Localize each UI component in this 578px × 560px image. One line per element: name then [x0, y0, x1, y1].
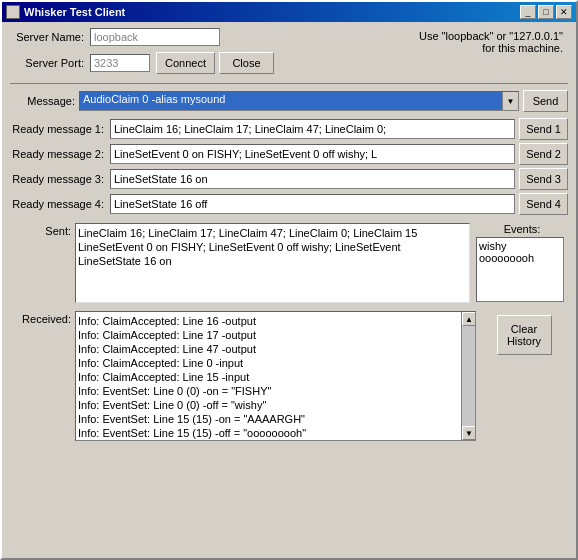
ready-messages-section: Ready message 1: Send 1 Ready message 2:… [10, 118, 568, 218]
server-name-label: Server Name: [10, 31, 90, 43]
server-name-input[interactable] [90, 28, 220, 46]
ready-label-4: Ready message 4: [10, 198, 110, 210]
scroll-down-button[interactable]: ▼ [462, 426, 476, 440]
received-line-0: Info: ClaimAccepted: Line 16 -output [78, 314, 459, 328]
event-item-2: ooooooooh [479, 252, 561, 264]
main-content: Server Name: Server Port: Connect Close … [2, 22, 576, 558]
ready-row-1: Ready message 1: Send 1 [10, 118, 568, 140]
close-button[interactable]: ✕ [556, 5, 572, 19]
close-server-button[interactable]: Close [219, 52, 274, 74]
sent-content: LineClaim 16; LineClaim 17; LineClaim 47… [78, 226, 467, 268]
server-port-label: Server Port: [10, 57, 90, 69]
server-fields: Server Name: Server Port: Connect Close [10, 28, 274, 74]
received-line-9: Event: wishy [78, 440, 459, 441]
sent-label: Sent: [10, 223, 75, 237]
received-textbox: Info: ClaimAccepted: Line 16 -output Inf… [75, 311, 476, 441]
scroll-track[interactable] [462, 326, 475, 426]
send-message-button[interactable]: Send [523, 90, 568, 112]
clear-history-area: Clear History [476, 311, 568, 355]
message-area: Message: AudioClaim 0 -alias mysound ▼ S… [10, 90, 568, 112]
ready-input-2[interactable] [110, 144, 515, 164]
events-area: Events: wishy ooooooooh [476, 223, 568, 303]
ready-row-3: Ready message 3: Send 3 [10, 168, 568, 190]
sent-textbox: LineClaim 16; LineClaim 17; LineClaim 47… [75, 223, 470, 303]
sent-area: Sent: LineClaim 16; LineClaim 17; LineCl… [10, 223, 470, 303]
ready-label-1: Ready message 1: [10, 123, 110, 135]
server-port-row: Server Port: Connect Close [10, 52, 274, 74]
ready-label-3: Ready message 3: [10, 173, 110, 185]
maximize-button[interactable]: □ [538, 5, 554, 19]
message-dropdown-arrow[interactable]: ▼ [502, 92, 518, 110]
server-name-row: Server Name: [10, 28, 274, 46]
received-box-wrapper: Info: ClaimAccepted: Line 16 -output Inf… [75, 311, 476, 441]
clear-history-button[interactable]: Clear History [497, 315, 552, 355]
received-section: Received: Info: ClaimAccepted: Line 16 -… [10, 311, 568, 441]
hint-text: Use "loopback" or "127.0.0.1"for this ma… [419, 28, 568, 74]
message-input[interactable]: AudioClaim 0 -alias mysound [80, 92, 502, 110]
connect-button[interactable]: Connect [156, 52, 215, 74]
app-icon [6, 5, 20, 19]
title-bar-controls: _ □ ✕ [520, 5, 572, 19]
ready-input-1[interactable] [110, 119, 515, 139]
send-ready-1-button[interactable]: Send 1 [519, 118, 568, 140]
message-label: Message: [10, 95, 75, 107]
ready-label-2: Ready message 2: [10, 148, 110, 160]
send-ready-4-button[interactable]: Send 4 [519, 193, 568, 215]
divider-1 [10, 83, 568, 84]
event-item-1: wishy [479, 240, 561, 252]
received-label: Received: [10, 311, 75, 325]
ready-input-3[interactable] [110, 169, 515, 189]
send-ready-2-button[interactable]: Send 2 [519, 143, 568, 165]
received-line-6: Info: EventSet: Line 0 (0) -off = "wishy… [78, 398, 459, 412]
server-port-input[interactable] [90, 54, 150, 72]
main-window: Whisker Test Client _ □ ✕ Server Name: S… [0, 0, 578, 560]
ready-input-4[interactable] [110, 194, 515, 214]
received-content: Info: ClaimAccepted: Line 16 -output Inf… [78, 314, 459, 441]
received-line-1: Info: ClaimAccepted: Line 17 -output [78, 328, 459, 342]
received-line-8: Info: EventSet: Line 15 (15) -off = "ooo… [78, 426, 459, 440]
events-label: Events: [476, 223, 568, 235]
message-combo[interactable]: AudioClaim 0 -alias mysound ▼ [79, 91, 519, 111]
events-box: wishy ooooooooh [476, 237, 564, 302]
server-info-row: Server Name: Server Port: Connect Close … [10, 28, 568, 74]
ready-row-4: Ready message 4: Send 4 [10, 193, 568, 215]
title-bar: Whisker Test Client _ □ ✕ [2, 2, 576, 22]
received-scrollbar[interactable]: ▲ ▼ [461, 312, 475, 440]
received-line-2: Info: ClaimAccepted: Line 47 -output [78, 342, 459, 356]
send-ready-3-button[interactable]: Send 3 [519, 168, 568, 190]
received-line-3: Info: ClaimAccepted: Line 0 -input [78, 356, 459, 370]
sent-events-row: Sent: LineClaim 16; LineClaim 17; LineCl… [10, 223, 568, 303]
ready-row-2: Ready message 2: Send 2 [10, 143, 568, 165]
received-line-5: Info: EventSet: Line 0 (0) -on = "FISHY" [78, 384, 459, 398]
minimize-button[interactable]: _ [520, 5, 536, 19]
title-bar-text: Whisker Test Client [6, 5, 125, 19]
received-line-7: Info: EventSet: Line 15 (15) -on = "AAAA… [78, 412, 459, 426]
received-line-4: Info: ClaimAccepted: Line 15 -input [78, 370, 459, 384]
scroll-up-button[interactable]: ▲ [462, 312, 476, 326]
